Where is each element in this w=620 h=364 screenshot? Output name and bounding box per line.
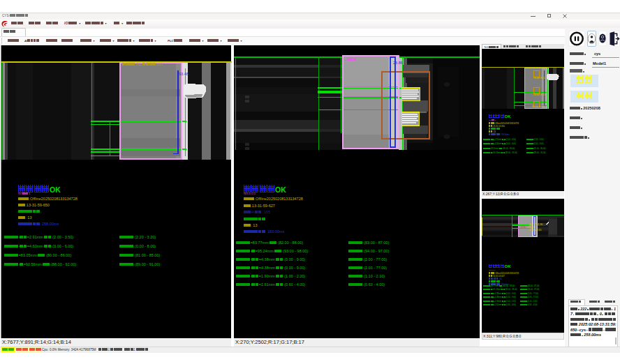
svg-text:23.05 S:13: 23.05 S:13 <box>533 93 545 96</box>
svg-text:27.8: 27.8 <box>521 226 526 229</box>
svg-text:90.56 8:13: 90.56 8:13 <box>532 105 544 108</box>
svg-text:93.48 W:1: 93.48 W:1 <box>533 77 545 79</box>
svg-text:=1.90 =2.61: =1.90 =2.61 <box>529 229 542 232</box>
